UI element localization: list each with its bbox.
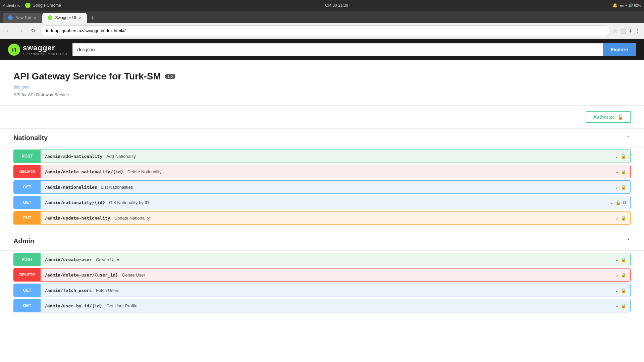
browser-tabs-bar: New Tab ✕ Swagger UI ✕ + bbox=[0, 11, 644, 23]
admin-section: Admin ⌃ POST /admin/create-user Create U… bbox=[0, 232, 644, 320]
method-badge-get: GET bbox=[14, 181, 41, 193]
bookmark-icon[interactable]: ☆ bbox=[613, 28, 618, 34]
endpoint-path: /admin/add-nationality bbox=[41, 154, 106, 159]
tab-close-icon[interactable]: ✕ bbox=[34, 16, 36, 20]
explore-button[interactable]: Explore bbox=[603, 43, 636, 56]
doc-link[interactable]: doc.json bbox=[13, 84, 631, 89]
endpoint-put-update-nationality[interactable]: PUT /admin/update-nationality Update Nat… bbox=[13, 211, 631, 225]
swagger-search-input[interactable] bbox=[72, 43, 602, 56]
chevron-down-icon: ⌄ bbox=[615, 288, 619, 293]
admin-chevron-icon: ⌃ bbox=[626, 238, 631, 244]
endpoint-get-fetch-users[interactable]: GET /admin/fetch_users Fetch Users ⌄ 🔒 bbox=[13, 284, 631, 297]
logo-initials: {/} bbox=[12, 47, 16, 52]
authorize-row: Authorize 🔓 bbox=[0, 106, 644, 129]
endpoint-delete-user[interactable]: DELETE /admin/delete-user/{user_id} Dele… bbox=[13, 268, 631, 282]
endpoint-actions: ⌄ 🔒 bbox=[615, 169, 630, 174]
endpoint-desc: Delete User bbox=[122, 273, 615, 278]
lock-icon: 🔒 bbox=[621, 185, 626, 190]
method-badge-put: PUT bbox=[14, 212, 41, 224]
nationality-section-title: Nationality bbox=[13, 134, 48, 142]
endpoint-desc: Add Nationality bbox=[106, 154, 615, 159]
nationality-section: Nationality ⌃ POST /admin/add-nationalit… bbox=[0, 129, 644, 232]
endpoint-actions: ⌄ 🔒 bbox=[615, 257, 630, 262]
chevron-down-icon: ⌄ bbox=[615, 215, 619, 221]
menu-icon[interactable]: ⋮ bbox=[635, 28, 640, 34]
tab-label: Swagger UI bbox=[55, 15, 76, 20]
endpoint-post-create-user[interactable]: POST /admin/create-user Create User ⌄ 🔒 bbox=[13, 253, 631, 266]
api-description: API for API Gateway Service bbox=[13, 92, 631, 97]
swagger-search-bar: Explore bbox=[72, 43, 636, 56]
chevron-down-icon: ⌄ bbox=[615, 169, 619, 174]
refresh-button[interactable]: ↻ bbox=[28, 26, 38, 36]
endpoint-desc: Create User bbox=[96, 257, 615, 262]
swagger-subtitle: supported by SMARTBEAR bbox=[23, 52, 67, 56]
endpoint-delete-nationality[interactable]: DELETE /admin/delete-nationality/{id} De… bbox=[13, 165, 631, 178]
endpoint-path: /admin/create-user bbox=[41, 257, 96, 262]
back-button[interactable]: ← bbox=[4, 26, 13, 36]
browser-name: Google Chrome bbox=[33, 3, 61, 8]
battery-status: en ▾ 🔊 62% bbox=[620, 3, 641, 8]
method-badge-delete: DELETE bbox=[14, 165, 41, 178]
endpoint-path: /admin/fetch_users bbox=[41, 288, 96, 293]
lock-icon: 🔒 bbox=[621, 154, 626, 159]
tab-close-icon[interactable]: ✕ bbox=[79, 16, 82, 20]
endpoint-actions: ⌄ 🔒 bbox=[615, 303, 630, 308]
endpoint-desc: Update Nationality bbox=[114, 216, 615, 221]
endpoint-desc: Get Nationality by ID bbox=[109, 200, 609, 205]
endpoint-desc: Delete Nationality bbox=[127, 169, 615, 174]
swagger-page: {/} swagger supported by SMARTBEAR Explo… bbox=[0, 39, 644, 362]
method-badge-get: GET bbox=[14, 299, 41, 312]
method-badge-post: POST bbox=[14, 150, 41, 163]
datetime: Okt 30 21:39 bbox=[64, 3, 610, 8]
admin-endpoints-list: POST /admin/create-user Create User ⌄ 🔒 … bbox=[0, 253, 644, 320]
api-title-row: API Gateway Service for Turk-SM 1.0 bbox=[13, 71, 631, 82]
address-bar-row: ← → ↻ ☆ ⬜ ⬇ ⋮ bbox=[0, 23, 644, 39]
forward-button[interactable]: → bbox=[16, 26, 25, 36]
chevron-down-icon: ⌄ bbox=[615, 184, 619, 190]
swagger-logo-text: swagger supported by SMARTBEAR bbox=[23, 44, 67, 56]
endpoint-actions: ⌄ 🔒 bbox=[615, 215, 630, 221]
endpoint-get-nationality-by-id[interactable]: GET /admin/nationality/{id} Get National… bbox=[13, 196, 631, 209]
nationality-section-header[interactable]: Nationality ⌃ bbox=[0, 129, 644, 147]
endpoint-actions: ⌄ 🔒 bbox=[615, 272, 630, 278]
chevron-down-icon: ⌄ bbox=[615, 257, 619, 262]
endpoint-get-user-by-id[interactable]: GET /admin/user-by-id/{id} Get User Prof… bbox=[13, 299, 631, 312]
method-badge-delete: DELETE bbox=[14, 268, 41, 281]
chevron-down-icon: ⌄ bbox=[609, 200, 613, 205]
new-tab-button[interactable]: + bbox=[88, 13, 97, 23]
lock-icon: 🔒 bbox=[615, 200, 621, 205]
admin-section-header[interactable]: Admin ⌃ bbox=[0, 232, 644, 251]
nationality-chevron-icon: ⌃ bbox=[626, 135, 631, 141]
address-input[interactable] bbox=[40, 25, 610, 36]
authorize-button[interactable]: Authorize 🔓 bbox=[586, 111, 631, 123]
admin-section-title: Admin bbox=[13, 237, 34, 245]
swagger-logo-icon: {/} bbox=[8, 44, 20, 56]
activities-label[interactable]: Activities bbox=[3, 3, 20, 8]
lock-icon: 🔓 bbox=[618, 114, 623, 120]
tab-new-tab[interactable]: New Tab ✕ bbox=[3, 13, 42, 23]
swagger-header-bar: {/} swagger supported by SMARTBEAR Explo… bbox=[0, 39, 644, 60]
browser-titlebar: Activities Google Chrome Okt 30 21:39 🔔 … bbox=[0, 0, 644, 11]
lock-icon: 🔒 bbox=[621, 303, 626, 308]
authorize-label: Authorize bbox=[593, 114, 615, 120]
endpoint-desc: Fetch Users bbox=[96, 288, 615, 293]
endpoint-get-nationalities[interactable]: GET /admin/nationalities List Nationalit… bbox=[13, 180, 631, 194]
copy-icon: ⧉ bbox=[623, 200, 626, 205]
endpoint-path: /admin/nationalities bbox=[41, 185, 101, 190]
chevron-down-icon: ⌄ bbox=[615, 272, 619, 278]
method-badge-get: GET bbox=[14, 284, 41, 297]
tab-swagger-ui[interactable]: Swagger UI ✕ bbox=[42, 13, 87, 23]
notification-icon: 🔔 bbox=[612, 3, 618, 8]
extensions-icon[interactable]: ⬜ bbox=[620, 28, 626, 34]
download-icon[interactable]: ⬇ bbox=[629, 28, 633, 34]
endpoint-post-add-nationality[interactable]: POST /admin/add-nationality Add National… bbox=[13, 149, 631, 163]
nationality-endpoints-list: POST /admin/add-nationality Add National… bbox=[0, 149, 644, 232]
method-badge-post: POST bbox=[14, 253, 41, 266]
lock-icon: 🔒 bbox=[621, 257, 626, 262]
endpoint-actions: ⌄ 🔒 bbox=[615, 288, 630, 293]
endpoint-path: /admin/delete-user/{user_id} bbox=[41, 273, 122, 278]
endpoint-actions: ⌄ 🔒 bbox=[615, 154, 630, 159]
swagger-title: swagger bbox=[23, 44, 67, 52]
method-badge-get: GET bbox=[14, 196, 41, 209]
lock-icon: 🔒 bbox=[621, 288, 626, 293]
